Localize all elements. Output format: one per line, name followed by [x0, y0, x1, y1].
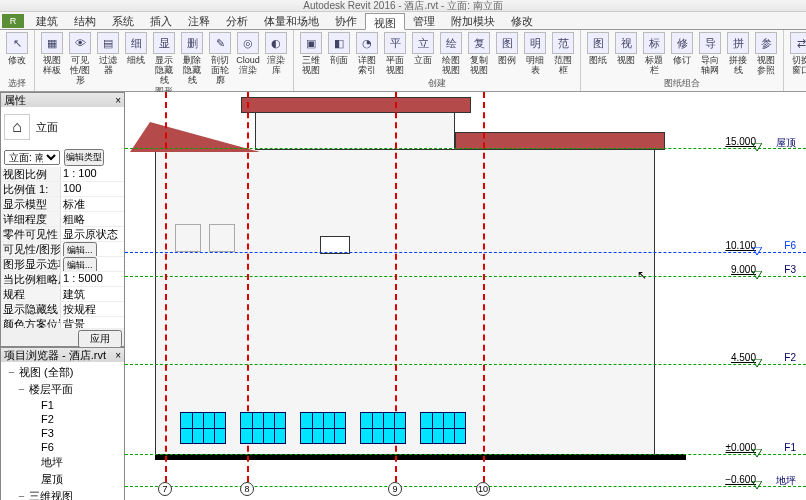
level-name[interactable]: F3 [784, 264, 796, 275]
close-icon[interactable]: × [115, 350, 121, 361]
tree-item[interactable]: − 楼层平面 [3, 381, 122, 398]
ribbon-btn-剖切面轮廓[interactable]: ✎剖切面轮廓 [207, 32, 233, 85]
prop-row[interactable]: 颜色方案位置背景 [1, 317, 124, 328]
level-name[interactable]: F2 [784, 352, 796, 363]
prop-row[interactable]: 当比例粗略度...1 : 5000 [1, 272, 124, 287]
ribbon-btn-切换窗口[interactable]: ⇄切换窗口 [788, 32, 806, 85]
ribbon-btn-图例[interactable]: 图图例 [494, 32, 520, 75]
ribbon-tab-6[interactable]: 体量和场地 [256, 12, 327, 29]
ribbon-btn-绘图视图[interactable]: 绘绘图视图 [438, 32, 464, 75]
tree-item[interactable]: 地坪 [3, 454, 122, 471]
grid-bubble[interactable]: 8 [240, 482, 254, 496]
level-line[interactable] [125, 486, 806, 487]
ribbon-btn-标题栏[interactable]: 标标题栏 [641, 32, 667, 75]
app-menu-button[interactable]: R [2, 14, 24, 28]
prop-value[interactable]: 100 [61, 182, 124, 196]
grid-bubble[interactable]: 10 [476, 482, 490, 496]
ribbon-btn-拼接线[interactable]: 拼拼接线 [725, 32, 751, 75]
ribbon-btn-三维视图[interactable]: ▣三维视图 [298, 32, 324, 75]
ribbon-btn-Cloud渲染[interactable]: ◎Cloud渲染 [235, 32, 261, 85]
tree-item[interactable]: − 视图 (全部) [3, 364, 122, 381]
ribbon-tab-9[interactable]: 管理 [405, 12, 443, 29]
level-line[interactable] [125, 364, 806, 365]
ribbon-btn-图纸[interactable]: 图图纸 [585, 32, 611, 75]
prop-row[interactable]: 可见性/图形替换编辑... [1, 242, 124, 257]
grid-line[interactable] [483, 92, 485, 482]
prop-edit-button[interactable]: 编辑... [63, 242, 97, 256]
ribbon-btn-可见性/图形[interactable]: 👁可见性/图形 [67, 32, 93, 85]
ribbon-tab-2[interactable]: 系统 [104, 12, 142, 29]
grid-line[interactable] [165, 92, 167, 482]
instance-selector[interactable]: 立面: 南立面 [4, 150, 60, 165]
tree-item[interactable]: 屋顶 [3, 471, 122, 488]
level-line[interactable] [125, 276, 806, 277]
prop-value[interactable]: 建筑 [61, 287, 124, 301]
ribbon-tab-11[interactable]: 修改 [503, 12, 541, 29]
ribbon-btn-过滤器[interactable]: ▤过滤器 [95, 32, 121, 85]
ribbon-btn-渲染库[interactable]: ◐渲染库 [263, 32, 289, 85]
tree-item[interactable]: F6 [3, 440, 122, 454]
prop-value[interactable]: 按规程 [61, 302, 124, 316]
prop-row[interactable]: 零件可见性显示原状态 [1, 227, 124, 242]
tree-item[interactable]: F3 [3, 426, 122, 440]
prop-value[interactable]: 编辑... [61, 257, 124, 271]
ribbon-btn-视图样板[interactable]: ▦视图样板 [39, 32, 65, 85]
ribbon-btn-细线[interactable]: 细细线 [123, 32, 149, 85]
prop-row[interactable]: 显示隐藏线按规程 [1, 302, 124, 317]
close-icon[interactable]: × [115, 95, 121, 106]
apply-button[interactable]: 应用 [78, 330, 122, 348]
level-name[interactable]: F6 [784, 240, 796, 251]
ribbon-btn-平面视图[interactable]: 平平面视图 [382, 32, 408, 75]
prop-value[interactable]: 1 : 5000 [61, 272, 124, 286]
prop-edit-button[interactable]: 编辑... [63, 257, 97, 271]
prop-row[interactable]: 图形显示选项编辑... [1, 257, 124, 272]
ribbon-tab-3[interactable]: 插入 [142, 12, 180, 29]
edit-type-button[interactable]: 编辑类型 [64, 149, 104, 166]
ribbon-tab-0[interactable]: 建筑 [28, 12, 66, 29]
level-name[interactable]: 屋顶 [776, 136, 796, 150]
prop-value[interactable]: 背景 [61, 317, 124, 328]
prop-row[interactable]: 规程建筑 [1, 287, 124, 302]
grid-bubble[interactable]: 7 [158, 482, 172, 496]
prop-row[interactable]: 视图比例1 : 100 [1, 167, 124, 182]
level-name[interactable]: 地坪 [776, 474, 796, 488]
tree-twisty-icon[interactable]: − [17, 490, 26, 500]
tree-item[interactable]: F2 [3, 412, 122, 426]
ribbon-btn-剖面[interactable]: ◧剖面 [326, 32, 352, 75]
ribbon-tab-1[interactable]: 结构 [66, 12, 104, 29]
prop-value[interactable]: 1 : 100 [61, 167, 124, 181]
ribbon-btn-明细表[interactable]: 明明细表 [522, 32, 548, 75]
tree-twisty-icon[interactable]: − [17, 383, 26, 395]
ribbon-btn-显示隐藏线[interactable]: 显显示隐藏线 [151, 32, 177, 85]
ribbon-tab-8[interactable]: 视图 [365, 13, 405, 30]
prop-row[interactable]: 详细程度粗略 [1, 212, 124, 227]
tree-item[interactable]: − 三维视图 [3, 488, 122, 500]
ribbon-tab-4[interactable]: 注释 [180, 12, 218, 29]
prop-value[interactable]: 显示原状态 [61, 227, 124, 241]
ribbon-btn-视图参照[interactable]: 参视图参照 [753, 32, 779, 75]
prop-row[interactable]: 比例值 1:100 [1, 182, 124, 197]
ribbon-btn-范围框[interactable]: 范范围框 [550, 32, 576, 75]
prop-value[interactable]: 标准 [61, 197, 124, 211]
ribbon-btn-导向轴网[interactable]: 导导向轴网 [697, 32, 723, 75]
ribbon-btn-修改[interactable]: ↖修改 [4, 32, 30, 65]
ribbon-btn-视图[interactable]: 视视图 [613, 32, 639, 75]
ribbon-tab-5[interactable]: 分析 [218, 12, 256, 29]
ribbon-tab-7[interactable]: 协作 [327, 12, 365, 29]
level-line[interactable] [125, 252, 806, 253]
ribbon-btn-复制视图[interactable]: 复复制视图 [466, 32, 492, 75]
ribbon-btn-删除隐藏线[interactable]: 删删除隐藏线 [179, 32, 205, 85]
level-line[interactable] [125, 454, 806, 455]
prop-value[interactable]: 编辑... [61, 242, 124, 256]
ribbon-btn-修订[interactable]: 修修订 [669, 32, 695, 75]
tree-item[interactable]: F1 [3, 398, 122, 412]
prop-value[interactable]: 粗略 [61, 212, 124, 226]
drawing-canvas[interactable]: ↖ 屋顶15.000F610.100F39.000F24.500F1±0.000… [125, 92, 806, 500]
tree-twisty-icon[interactable]: − [7, 366, 16, 378]
prop-row[interactable]: 显示模型标准 [1, 197, 124, 212]
ribbon-tab-10[interactable]: 附加模块 [443, 12, 503, 29]
ribbon-btn-详图索引[interactable]: ◔详图索引 [354, 32, 380, 75]
grid-bubble[interactable]: 9 [388, 482, 402, 496]
level-name[interactable]: F1 [784, 442, 796, 453]
ribbon-btn-立面[interactable]: 立立面 [410, 32, 436, 75]
